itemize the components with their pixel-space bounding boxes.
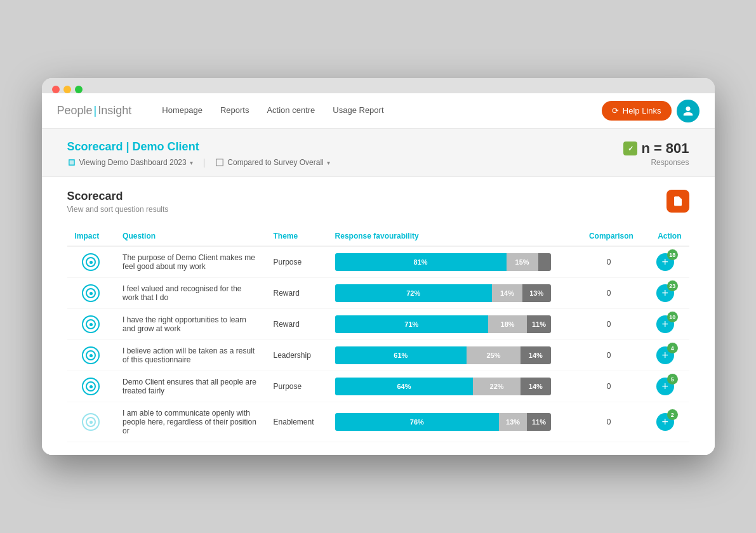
n-badge: ✓ n = 801 Responses: [623, 140, 689, 167]
scorecard-subtitle: View and sort question results: [67, 205, 169, 214]
nav-reports[interactable]: Reports: [220, 94, 249, 128]
n-label-text: n =: [641, 140, 661, 157]
impact-icon-dot: [90, 385, 93, 388]
impact-icon: [82, 378, 100, 395]
impact-cell-3: [67, 340, 116, 371]
impact-icon-dot: [90, 354, 93, 357]
theme-cell-5: Enablement: [265, 402, 327, 442]
scorecard-label: Scorecard |: [67, 140, 129, 153]
table-header-row: Impact Question Theme Response favourabi…: [67, 227, 689, 246]
bar-segment-blue: 81%: [335, 253, 507, 271]
impact-icon-inner: [86, 417, 96, 427]
impact-icon-inner: [86, 288, 96, 298]
theme-cell-2: Reward: [265, 309, 327, 340]
nav-homepage[interactable]: Homepage: [162, 94, 202, 128]
bar-container: 81%15%: [335, 253, 551, 271]
browser-content: People|Insight Homepage Reports Action c…: [42, 93, 715, 455]
svg-rect-0: [216, 159, 223, 166]
responses-label: Responses: [623, 158, 689, 167]
table-row: I feel valued and recognised for the wor…: [67, 278, 689, 309]
action-add-button[interactable]: +2: [656, 413, 674, 431]
theme-cell-0: Purpose: [265, 246, 327, 278]
page-title: Scorecard | Demo Client: [67, 140, 330, 154]
bar-segment-grey-dark: [538, 253, 551, 271]
action-add-button[interactable]: +4: [656, 346, 674, 364]
viewing-label: Viewing Demo Dashboard 2023: [79, 158, 187, 167]
action-cell-4: +5: [641, 371, 689, 402]
impact-cell-5: [67, 402, 116, 442]
action-cell-5: +2: [641, 402, 689, 442]
theme-cell-1: Reward: [265, 278, 327, 309]
bar-segment-blue: 72%: [335, 284, 492, 302]
impact-icon-inner: [86, 350, 96, 360]
logo-insight: Insight: [98, 104, 131, 117]
browser-frame: People|Insight Homepage Reports Action c…: [42, 78, 715, 455]
bar-segment-grey-light: 13%: [499, 413, 527, 431]
bar-segment-grey-dark: 13%: [522, 284, 551, 302]
viewing-selector[interactable]: Viewing Demo Dashboard 2023 ▾: [67, 158, 193, 167]
compared-selector[interactable]: Compared to Survey Overall ▾: [215, 158, 329, 167]
bar-segment-grey-dark: 11%: [527, 315, 550, 333]
action-cell-3: +4: [641, 340, 689, 371]
bar-segment-blue: 61%: [335, 346, 467, 364]
logo: People|Insight: [57, 104, 132, 117]
comparison-cell-3: 0: [576, 340, 640, 371]
dot-maximize[interactable]: [75, 86, 83, 93]
compared-chevron: ▾: [327, 159, 330, 166]
help-links-button[interactable]: ⟳ Help Links: [602, 101, 672, 121]
impact-icon-dot: [90, 421, 93, 424]
bar-segment-blue: 76%: [335, 413, 499, 431]
action-add-button[interactable]: +10: [656, 315, 674, 333]
comparison-cell-2: 0: [576, 309, 640, 340]
bar-cell-2: 71%18%11%: [328, 309, 577, 340]
impact-cell-1: [67, 278, 116, 309]
n-icon: ✓: [623, 141, 637, 155]
action-add-button[interactable]: +23: [656, 284, 674, 302]
nav-action-centre[interactable]: Action centre: [267, 94, 315, 128]
bar-segment-grey-light: 18%: [488, 315, 527, 333]
action-badge: 10: [667, 312, 678, 322]
table-row: Demo Client ensures that all people are …: [67, 371, 689, 402]
col-header-impact: Impact: [67, 227, 116, 246]
impact-cell-2: [67, 309, 116, 340]
question-cell-1: I feel valued and recognised for the wor…: [115, 278, 265, 309]
comparison-cell-4: 0: [576, 371, 640, 402]
bar-segment-grey-light: 14%: [492, 284, 522, 302]
action-badge: 23: [667, 280, 678, 291]
nav-right: ⟳ Help Links: [602, 100, 700, 122]
table-row: I am able to communicate openly with peo…: [67, 402, 689, 442]
help-btn-label: Help Links: [623, 106, 661, 115]
bar-container: 61%25%14%: [335, 346, 551, 364]
impact-icon-inner: [86, 381, 96, 392]
scorecard-section-header: Scorecard View and sort question results: [67, 190, 689, 214]
col-header-theme: Theme: [265, 227, 327, 246]
impact-icon-dot: [90, 261, 93, 264]
bar-cell-4: 64%22%14%: [328, 371, 577, 402]
nav-usage-report[interactable]: Usage Report: [333, 94, 383, 128]
scorecard-export-button[interactable]: [666, 190, 689, 213]
col-header-response-fav: Response favourability: [328, 227, 577, 246]
bar-container: 64%22%14%: [335, 378, 551, 395]
impact-icon: [82, 413, 100, 431]
dot-close[interactable]: [52, 86, 60, 93]
action-badge: 18: [667, 249, 678, 260]
impact-icon-dot: [90, 323, 93, 326]
user-avatar-button[interactable]: [677, 100, 700, 122]
bar-segment-blue: 64%: [335, 378, 474, 395]
scorecard-title: Scorecard: [67, 190, 169, 203]
impact-icon: [82, 253, 100, 271]
main-content: Scorecard View and sort question results…: [42, 177, 715, 455]
bar-container: 72%14%13%: [335, 284, 551, 302]
question-cell-4: Demo Client ensures that all people are …: [115, 371, 265, 402]
action-add-button[interactable]: +5: [656, 378, 674, 395]
action-add-button[interactable]: +18: [656, 253, 674, 271]
bar-segment-grey-light: 22%: [473, 378, 521, 395]
question-cell-3: I believe action will be taken as a resu…: [115, 340, 265, 371]
bar-cell-0: 81%15%: [328, 246, 577, 278]
logo-people: People: [57, 104, 93, 117]
impact-icon: [82, 346, 100, 364]
scorecard-table: Impact Question Theme Response favourabi…: [67, 227, 689, 442]
bar-segment-grey-dark: 11%: [527, 413, 550, 431]
impact-icon-inner: [86, 319, 96, 329]
dot-minimize[interactable]: [63, 86, 71, 93]
